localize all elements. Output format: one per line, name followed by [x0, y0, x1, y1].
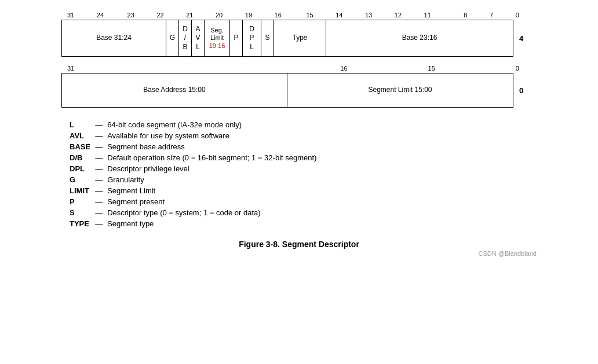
legend-key: AVL [67, 130, 93, 141]
upper-register: Base 31:24 G D / B A V L Seg. Limit 19:1… [61, 20, 513, 57]
legend-dash: — [93, 141, 105, 152]
legend-table: L—64-bit code segment (IA-32e mode only)… [67, 119, 319, 229]
legend-desc: Descriptor type (0 = system; 1 = code or… [105, 207, 319, 218]
legend-key: LIMIT [67, 185, 93, 196]
legend-desc: Available for use by system software [105, 130, 319, 141]
upper-row-label: 4 [519, 34, 523, 43]
lower-ruler: 31 16 15 0 [67, 65, 519, 72]
legend-dash: — [93, 174, 105, 185]
legend-row: L—64-bit code segment (IA-32e mode only) [67, 119, 319, 130]
cell-db: D / B [179, 20, 192, 56]
legend-dash: — [93, 185, 105, 196]
cell-baseaddr: Base Address 15:00 [62, 73, 287, 107]
legend-row: TYPE—Segment type [67, 218, 319, 229]
legend-desc: Segment type [105, 218, 319, 229]
legend-key: D/B [67, 152, 93, 163]
lower-register: Base Address 15:00 Segment Limit 15:00 [61, 73, 513, 108]
legend-row: LIMIT—Segment Limit [67, 185, 319, 196]
legend-desc: Descriptor privilege level [105, 163, 319, 174]
legend-row: S—Descriptor type (0 = system; 1 = code … [67, 207, 319, 218]
legend-dash: — [93, 207, 105, 218]
cell-g: G [166, 20, 179, 56]
legend-key: BASE [67, 141, 93, 152]
legend-desc: Default operation size (0 = 16-bit segme… [105, 152, 319, 163]
lower-register-row: Base Address 15:00 Segment Limit 15:00 0 [61, 73, 537, 108]
legend-desc: 64-bit code segment (IA-32e mode only) [105, 119, 319, 130]
legend-row: AVL—Available for use by system software [67, 130, 319, 141]
legend-key: P [67, 196, 93, 207]
legend: L—64-bit code segment (IA-32e mode only)… [67, 119, 519, 229]
figure-caption: Figure 3-8. Segment Descriptor [23, 240, 575, 249]
cell-avl: A V L [192, 20, 205, 56]
legend-dash: — [93, 196, 105, 207]
legend-dash: — [93, 152, 105, 163]
cell-dpl: D P L [243, 20, 261, 56]
legend-key: G [67, 174, 93, 185]
legend-row: DPL—Descriptor privilege level [67, 163, 319, 174]
legend-dash: — [93, 130, 105, 141]
legend-key: L [67, 119, 93, 130]
diagram-container: 31 2423 22 21 20 19 1615 14 13 12 11 8 7… [61, 12, 537, 229]
cell-base3124: Base 31:24 [62, 20, 166, 56]
cell-seglimit-upper: Seg. Limit 19:16 [205, 20, 230, 56]
cell-base2316: Base 23:16 [326, 20, 513, 56]
legend-desc: Segment present [105, 196, 319, 207]
legend-desc: Granularity [105, 174, 319, 185]
cell-seglimit-lower: Segment Limit 15:00 [287, 73, 513, 107]
legend-desc: Segment base address [105, 141, 319, 152]
legend-desc: Segment Limit [105, 185, 319, 196]
legend-dash: — [93, 119, 105, 130]
legend-key: S [67, 207, 93, 218]
csdn-label: CSDN @Blandbland [61, 250, 537, 257]
lower-row-label: 0 [519, 86, 523, 95]
cell-p: P [230, 20, 243, 56]
legend-row: G—Granularity [67, 174, 319, 185]
legend-row: P—Segment present [67, 196, 319, 207]
upper-register-row: Base 31:24 G D / B A V L Seg. Limit 19:1… [61, 20, 537, 57]
legend-key: DPL [67, 163, 93, 174]
legend-dash: — [93, 218, 105, 229]
legend-row: D/B—Default operation size (0 = 16-bit s… [67, 152, 319, 163]
cell-type: Type [274, 20, 326, 56]
cell-s: S [261, 20, 274, 56]
legend-dash: — [93, 163, 105, 174]
legend-key: TYPE [67, 218, 93, 229]
upper-ruler: 31 2423 22 21 20 19 1615 14 13 12 11 8 7… [67, 12, 519, 19]
legend-row: BASE—Segment base address [67, 141, 319, 152]
